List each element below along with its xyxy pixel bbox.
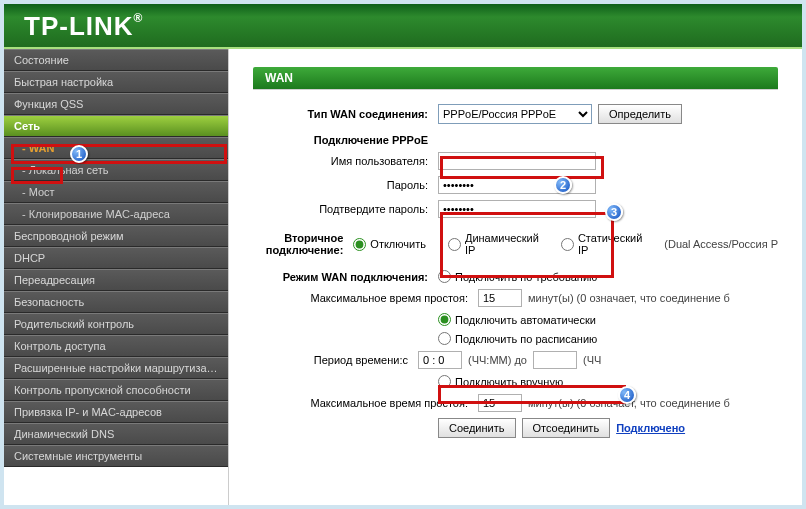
sidebar-item-3[interactable]: Сеть: [4, 115, 228, 137]
sec-off-radio[interactable]: Отключить: [353, 238, 426, 251]
sidebar-item-10[interactable]: Переадресация: [4, 269, 228, 291]
secondary-row: Вторичное подключение: Отключить Динамич…: [253, 232, 778, 256]
sidebar-item-9[interactable]: DHCP: [4, 247, 228, 269]
sidebar-item-6[interactable]: - Мост: [4, 181, 228, 203]
username-input[interactable]: [438, 152, 596, 170]
detect-button[interactable]: Определить: [598, 104, 682, 124]
sidebar-item-14[interactable]: Расширенные настройки маршрутизации: [4, 357, 228, 379]
sidebar-item-16[interactable]: Привязка IP- и MAC-адресов: [4, 401, 228, 423]
sidebar-item-18[interactable]: Системные инструменты: [4, 445, 228, 467]
sec-note: (Dual Access/Россия P: [664, 238, 778, 250]
status-text: Подключено: [616, 422, 685, 434]
username-label: Имя пользователя:: [253, 155, 438, 167]
password-row: Пароль:: [253, 176, 778, 194]
badge-4: 4: [618, 386, 636, 404]
sidebar-item-13[interactable]: Контроль доступа: [4, 335, 228, 357]
sec-stat-radio[interactable]: Статический IP: [561, 232, 642, 256]
idle-input[interactable]: [478, 289, 522, 307]
period-label: Период времени:с: [273, 354, 418, 366]
secondary-label: Вторичное подключение:: [253, 232, 353, 256]
mode-auto-radio[interactable]: Подключить автоматически: [438, 313, 596, 326]
idle-label: Максимальное время простоя:: [273, 292, 478, 304]
sidebar-item-2[interactable]: Функция QSS: [4, 93, 228, 115]
password-label: Пароль:: [253, 179, 438, 191]
content: WAN Тип WAN соединения: PPPoE/Россия PPP…: [229, 49, 802, 505]
connect-row: Соединить Отсоединить Подключено: [253, 418, 778, 438]
sidebar-item-4[interactable]: - WAN: [4, 137, 228, 159]
idle-row: Максимальное время простоя: минут(ы) (0 …: [273, 289, 778, 307]
main: СостояниеБыстрая настройкаФункция QSSСет…: [4, 49, 802, 505]
sidebar-item-5[interactable]: - Локальная сеть: [4, 159, 228, 181]
badge-1: 1: [70, 145, 88, 163]
sidebar-item-7[interactable]: - Клонирование MAC-адреса: [4, 203, 228, 225]
logo: TP-LINK®: [4, 4, 802, 42]
mode-auto-row: Подключить автоматически: [253, 313, 778, 326]
mode-manual-row: Подключить вручную: [253, 375, 778, 388]
panel-title: WAN: [253, 67, 778, 89]
sidebar-item-15[interactable]: Контроль пропускной способности: [4, 379, 228, 401]
mode-manual-radio[interactable]: Подключить вручную: [438, 375, 563, 388]
period-from-input[interactable]: [418, 351, 462, 369]
idle-unit: минут(ы) (0 означает, что соединение б: [528, 292, 730, 304]
wan-type-row: Тип WAN соединения: PPPoE/Россия PPPoE О…: [253, 104, 778, 124]
disconnect-button[interactable]: Отсоединить: [522, 418, 611, 438]
wan-type-label: Тип WAN соединения:: [253, 108, 438, 120]
mode-sched-row: Подключить по расписанию: [253, 332, 778, 345]
username-row: Имя пользователя:: [253, 152, 778, 170]
sec-dyn-radio[interactable]: Динамический IP: [448, 232, 539, 256]
sidebar-item-0[interactable]: Состояние: [4, 49, 228, 71]
idle2-row: Максимальное время простоя: минут(ы) (0 …: [273, 394, 778, 412]
mode-demand-radio[interactable]: Подключить по требованию: [438, 270, 597, 283]
header: TP-LINK®: [4, 4, 802, 49]
sidebar-item-1[interactable]: Быстрая настройка: [4, 71, 228, 93]
sidebar-item-12[interactable]: Родительский контроль: [4, 313, 228, 335]
badge-3: 3: [605, 203, 623, 221]
mode-sched-radio[interactable]: Подключить по расписанию: [438, 332, 597, 345]
connect-button[interactable]: Соединить: [438, 418, 516, 438]
password2-label: Подтвердите пароль:: [253, 203, 438, 215]
password-input[interactable]: [438, 176, 596, 194]
sidebar-item-8[interactable]: Беспроводной режим: [4, 225, 228, 247]
separator: [253, 89, 778, 90]
password2-row: Подтвердите пароль:: [253, 200, 778, 218]
mode-label: Режим WAN подключения:: [253, 271, 438, 283]
badge-2: 2: [554, 176, 572, 194]
mode-row: Режим WAN подключения: Подключить по тре…: [253, 270, 778, 283]
period-row: Период времени:с (ЧЧ:ММ) до (ЧЧ: [273, 351, 778, 369]
wan-type-select[interactable]: PPPoE/Россия PPPoE: [438, 104, 592, 124]
sidebar-item-11[interactable]: Безопасность: [4, 291, 228, 313]
sidebar: СостояниеБыстрая настройкаФункция QSSСет…: [4, 49, 229, 505]
pppoe-section-head: Подключение PPPoE: [253, 134, 438, 146]
sidebar-item-17[interactable]: Динамический DNS: [4, 423, 228, 445]
password2-input[interactable]: [438, 200, 596, 218]
period-to-input[interactable]: [533, 351, 577, 369]
idle2-label: Максимальное время простоя:: [273, 397, 478, 409]
idle2-input[interactable]: [478, 394, 522, 412]
